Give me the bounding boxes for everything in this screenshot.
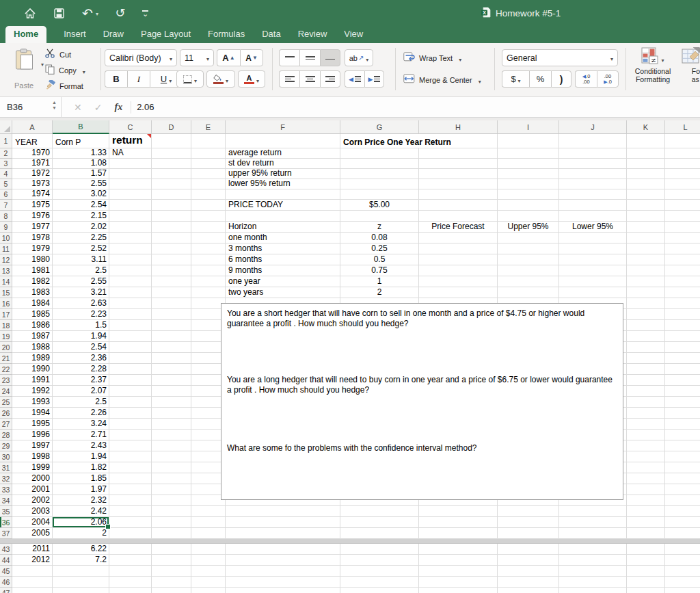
cell-L14[interactable] xyxy=(665,276,700,287)
cell-A7[interactable]: 1975 xyxy=(12,200,53,211)
cell-I8[interactable] xyxy=(498,211,559,222)
cell-B2[interactable]: 1.33 xyxy=(53,148,109,159)
row-header-5[interactable]: 5 xyxy=(0,179,12,189)
cell-B6[interactable]: 3.02 xyxy=(53,189,109,200)
cell-A10[interactable]: 1978 xyxy=(12,233,53,243)
cell-C25[interactable] xyxy=(109,397,152,408)
cell-C36[interactable] xyxy=(109,517,152,528)
cell-A35[interactable]: 2003 xyxy=(12,506,53,517)
cell-F1[interactable] xyxy=(226,134,340,148)
row-header-33[interactable]: 33 xyxy=(0,484,12,495)
cell-E10[interactable] xyxy=(191,233,226,243)
cell-B36[interactable]: 2.06 xyxy=(53,517,109,528)
cell-I3[interactable] xyxy=(498,159,559,169)
cell-H46[interactable] xyxy=(419,577,498,588)
cell-K13[interactable] xyxy=(627,265,665,276)
cell-A8[interactable]: 1976 xyxy=(12,211,53,222)
cell-D15[interactable] xyxy=(152,287,191,298)
cell-A9[interactable]: 1977 xyxy=(12,222,53,233)
cell-G4[interactable] xyxy=(340,169,419,179)
cell-D43[interactable] xyxy=(152,544,191,555)
cell-K11[interactable] xyxy=(627,243,665,254)
cell-I9[interactable]: Upper 95% xyxy=(498,222,559,233)
cell-L1[interactable] xyxy=(665,134,700,148)
cell-F12[interactable]: 6 months xyxy=(226,254,340,265)
cell-A14[interactable]: 1982 xyxy=(12,276,53,287)
cell-K14[interactable] xyxy=(627,276,665,287)
cell-I47[interactable] xyxy=(498,588,559,593)
cell-B23[interactable]: 2.37 xyxy=(53,375,109,386)
cell-C34[interactable] xyxy=(109,495,152,506)
cell-K2[interactable] xyxy=(627,148,665,159)
cell-C32[interactable] xyxy=(109,473,152,484)
cell-D37[interactable] xyxy=(152,528,191,539)
row-header-44[interactable]: 44 xyxy=(0,555,12,566)
cell-J46[interactable] xyxy=(559,577,627,588)
cell-L3[interactable] xyxy=(665,159,700,169)
cell-E35[interactable] xyxy=(191,506,226,517)
cell-A11[interactable]: 1979 xyxy=(12,243,53,254)
cell-A28[interactable]: 1996 xyxy=(12,430,53,440)
cell-B47[interactable] xyxy=(53,588,109,593)
column-header-D[interactable]: D xyxy=(152,120,191,134)
cell-I36[interactable] xyxy=(498,517,559,528)
cell-A3[interactable]: 1971 xyxy=(12,159,53,169)
row-header-32[interactable]: 32 xyxy=(0,473,12,484)
cell-L15[interactable] xyxy=(665,287,700,298)
cell-F46[interactable] xyxy=(226,577,340,588)
cell-K33[interactable] xyxy=(627,484,665,495)
cell-F47[interactable] xyxy=(226,588,340,593)
cell-L30[interactable] xyxy=(665,451,700,462)
align-left-button[interactable] xyxy=(279,70,299,88)
cell-H2[interactable] xyxy=(419,148,498,159)
cell-B24[interactable]: 2.07 xyxy=(53,386,109,397)
cell-K28[interactable] xyxy=(627,430,665,440)
cell-L22[interactable] xyxy=(665,364,700,375)
cell-G9[interactable]: z xyxy=(340,222,419,233)
cell-L6[interactable] xyxy=(665,189,700,200)
cell-F10[interactable]: one month xyxy=(226,233,340,243)
font-name-select[interactable]: Calibri (Body) xyxy=(105,49,177,66)
cell-L13[interactable] xyxy=(665,265,700,276)
cell-B17[interactable]: 2.23 xyxy=(53,309,109,320)
cell-A33[interactable]: 2001 xyxy=(12,484,53,495)
cell-B30[interactable]: 1.94 xyxy=(53,451,109,462)
cell-B1[interactable]: Corn P xyxy=(53,134,109,148)
cell-D22[interactable] xyxy=(152,364,191,375)
cell-K26[interactable] xyxy=(627,408,665,419)
cell-D46[interactable] xyxy=(152,577,191,588)
decrease-indent-button[interactable]: ◀ xyxy=(345,70,364,88)
font-color-button[interactable]: A xyxy=(238,70,265,88)
font-size-select[interactable]: 11 xyxy=(180,49,214,66)
cell-I1[interactable] xyxy=(498,134,559,148)
cell-G45[interactable] xyxy=(340,566,419,577)
cell-L12[interactable] xyxy=(665,254,700,265)
cell-I5[interactable] xyxy=(498,179,559,189)
formula-bar-value[interactable]: 2.06 xyxy=(137,102,154,112)
cell-A44[interactable]: 2012 xyxy=(12,555,53,566)
cell-B3[interactable]: 1.08 xyxy=(53,159,109,169)
cell-F44[interactable] xyxy=(226,555,340,566)
row-header-17[interactable]: 17 xyxy=(0,309,12,320)
cell-G43[interactable] xyxy=(340,544,419,555)
cell-L5[interactable] xyxy=(665,179,700,189)
cell-D9[interactable] xyxy=(152,222,191,233)
cell-H15[interactable] xyxy=(419,287,498,298)
cell-K12[interactable] xyxy=(627,254,665,265)
cell-K18[interactable] xyxy=(627,320,665,331)
row-header-19[interactable]: 19 xyxy=(0,331,12,342)
row-header-14[interactable]: 14 xyxy=(0,276,12,287)
cell-A23[interactable]: 1991 xyxy=(12,375,53,386)
cell-A2[interactable]: 1970 xyxy=(12,148,53,159)
cell-G5[interactable] xyxy=(340,179,419,189)
row-header-43[interactable]: 43 xyxy=(0,544,12,555)
column-header-L[interactable]: L xyxy=(665,120,700,134)
row-header-46[interactable]: 46 xyxy=(0,577,12,588)
cell-G44[interactable] xyxy=(340,555,419,566)
tab-page-layout[interactable]: Page Layout xyxy=(141,26,191,43)
cell-K36[interactable] xyxy=(627,517,665,528)
cell-D33[interactable] xyxy=(152,484,191,495)
cell-I45[interactable] xyxy=(498,566,559,577)
cell-J47[interactable] xyxy=(559,588,627,593)
cell-G7[interactable]: $5.00 xyxy=(340,200,419,211)
